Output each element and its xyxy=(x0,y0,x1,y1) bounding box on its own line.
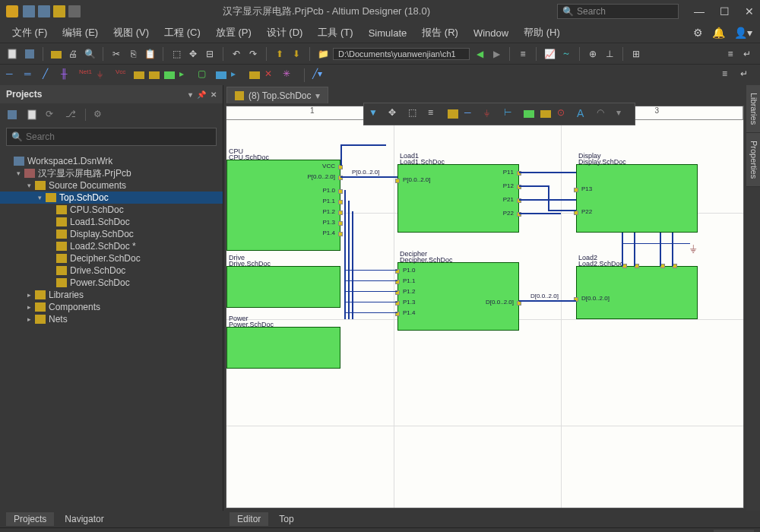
tree-node[interactable]: ▸Components xyxy=(0,301,223,313)
sheet-symbol-load2[interactable]: Load2Load2.SchDoc D[0.0..2.0] xyxy=(576,266,698,319)
add-doc-icon[interactable] xyxy=(26,109,38,121)
tree-node[interactable]: Decipher.SchDoc xyxy=(0,252,223,264)
device-sheet-icon[interactable]: ▢ xyxy=(198,68,211,82)
sheet-symbol-display[interactable]: DisplayDisplay.SchDoc P13 P22 xyxy=(576,164,698,233)
sheet-symbol-power[interactable]: PowerPower.SchDoc xyxy=(226,327,340,369)
enter-icon[interactable]: ↵ xyxy=(740,47,754,61)
redo-icon[interactable]: ↷ xyxy=(246,47,260,61)
sheet-entry-icon[interactable]: ▸ xyxy=(179,68,193,82)
menu-project[interactable]: 工程 (C) xyxy=(160,24,205,41)
open-icon[interactable] xyxy=(53,5,65,17)
tab-close-icon[interactable]: ▾ xyxy=(315,90,320,101)
save-all-icon[interactable] xyxy=(38,5,50,17)
tree-node[interactable]: ▾Top.SchDoc xyxy=(0,192,223,204)
expand-arrow-icon[interactable]: ▸ xyxy=(27,315,35,323)
move-tool-icon[interactable]: ✥ xyxy=(388,107,402,121)
harness-connector-icon[interactable] xyxy=(216,71,226,79)
compile-icon[interactable] xyxy=(6,109,18,121)
hierarchy-up-icon[interactable]: ⬆ xyxy=(273,47,287,61)
menu-edit[interactable]: 编辑 (E) xyxy=(58,24,103,41)
no-erc-icon[interactable]: ✕ xyxy=(264,68,278,82)
generic-no-erc-icon[interactable]: ✳ xyxy=(283,68,296,82)
filter-icon[interactable]: ▼ xyxy=(369,107,382,121)
document-tab[interactable]: (8) Top.SchDoc ▾ xyxy=(226,87,328,103)
gnd-tool-icon[interactable]: ⏚ xyxy=(484,107,498,121)
directive-icon[interactable]: ⊙ xyxy=(557,107,571,121)
copy-icon[interactable]: ⎘ xyxy=(126,47,140,61)
menu-report[interactable]: 报告 (R) xyxy=(417,24,463,41)
menu-window[interactable]: Window xyxy=(469,26,513,40)
tree-node[interactable]: Display.SchDoc xyxy=(0,228,223,240)
top-bottom-tab[interactable]: Top xyxy=(271,512,301,526)
projects-bottom-tab[interactable]: Projects xyxy=(6,512,54,526)
maximize-button[interactable]: ☐ xyxy=(720,5,730,17)
menu-file[interactable]: 文件 (F) xyxy=(8,24,52,41)
harness-tool-icon[interactable] xyxy=(540,110,551,118)
panel-pin-icon[interactable]: 📌 xyxy=(197,90,206,99)
line-icon[interactable]: ╱▾ xyxy=(312,68,326,82)
panel-close-icon[interactable]: ✕ xyxy=(211,90,217,99)
place-part-tool-icon[interactable] xyxy=(448,109,458,119)
expand-arrow-icon[interactable]: ▾ xyxy=(27,182,35,189)
new-icon[interactable] xyxy=(6,47,20,61)
save-icon[interactable] xyxy=(23,5,35,17)
sheet-symbol-decipher[interactable]: DecipherDecipher.SchDoc P1.0 P1.1 P1.2 P… xyxy=(397,262,519,331)
print-icon[interactable]: 🖨 xyxy=(66,47,80,61)
notifications-icon[interactable]: 🔔 xyxy=(712,27,725,39)
port-icon[interactable] xyxy=(134,71,144,79)
settings-icon[interactable]: ⚙ xyxy=(693,27,703,39)
panel-dropdown-icon[interactable]: ▾ xyxy=(188,90,192,99)
editor-bottom-tab[interactable]: Editor xyxy=(230,512,268,526)
harness-entry-icon[interactable]: ▸ xyxy=(231,68,245,82)
align-icon[interactable]: ≡ xyxy=(516,47,530,61)
bus-icon[interactable]: ═ xyxy=(24,68,38,82)
grid-icon[interactable]: ⊞ xyxy=(629,47,643,61)
menu-lines-icon[interactable]: ≡ xyxy=(724,47,737,61)
tree-node[interactable]: Load1.SchDoc xyxy=(0,216,223,228)
nav-back-icon[interactable]: ◀ xyxy=(473,47,486,61)
tree-node[interactable]: CPU.SchDoc xyxy=(0,204,223,216)
menu-place[interactable]: 放置 (P) xyxy=(211,24,256,41)
sim-source-icon[interactable]: ～ xyxy=(559,47,573,61)
global-search-input[interactable]: 🔍 Search xyxy=(557,4,679,19)
deselect-icon[interactable]: ⊟ xyxy=(203,47,217,61)
bus-entry-icon[interactable]: ╱ xyxy=(43,68,56,82)
tree-node[interactable]: ▾汉字显示屏电路.PrjPcb xyxy=(0,167,223,179)
projects-search-input[interactable] xyxy=(26,131,211,142)
expand-arrow-icon[interactable]: ▸ xyxy=(27,303,35,311)
menu-tools[interactable]: 工具 (T) xyxy=(313,24,357,41)
gnd-icon[interactable]: ⏚ xyxy=(97,68,111,82)
sheet-symbol-drive[interactable]: DriveDrive.SchDoc xyxy=(226,266,340,308)
net-label-icon[interactable]: Net1 xyxy=(79,68,93,82)
expand-arrow-icon[interactable]: ▸ xyxy=(27,291,35,299)
enter2-icon[interactable]: ↵ xyxy=(740,68,754,82)
cross-probe-icon[interactable]: ⊕ xyxy=(586,47,600,61)
navigator-bottom-tab[interactable]: Navigator xyxy=(57,512,111,526)
panels-button[interactable]: Panels xyxy=(714,530,754,533)
port-tool-icon[interactable]: ⊢ xyxy=(504,107,518,121)
close-button[interactable]: ✕ xyxy=(745,5,754,17)
menu-view[interactable]: 视图 (V) xyxy=(109,24,154,41)
tree-node[interactable]: ▾Source Documents xyxy=(0,179,223,192)
panel-settings-icon[interactable]: ⚙ xyxy=(93,109,106,121)
wire-icon[interactable]: ─ xyxy=(6,68,20,82)
open-folder-icon[interactable] xyxy=(49,47,63,61)
tree-node[interactable]: ▸Nets xyxy=(0,313,223,325)
wire-tool-icon[interactable]: ─ xyxy=(464,107,478,121)
arc-tool-icon[interactable]: ◠ xyxy=(597,107,610,121)
place-part-icon[interactable]: ⊥ xyxy=(603,47,616,61)
align-tool-icon[interactable]: ≡ xyxy=(428,107,442,121)
vcc-icon[interactable]: Vcc xyxy=(116,68,129,82)
off-sheet-icon[interactable] xyxy=(149,71,160,79)
project-path-box[interactable]: D:\Documents\yuanwenjian\ch1 xyxy=(333,48,470,60)
tree-node[interactable]: Workspace1.DsnWrk xyxy=(0,155,223,167)
selection-icon[interactable]: ⬚ xyxy=(408,107,422,121)
nav-fwd-icon[interactable]: ▶ xyxy=(489,47,503,61)
select-icon[interactable]: ⬚ xyxy=(169,47,183,61)
signal-harness-icon[interactable]: ╫ xyxy=(61,68,74,82)
preview-icon[interactable]: 🔍 xyxy=(83,47,97,61)
user-icon[interactable]: 👤▾ xyxy=(734,27,752,39)
tree-node[interactable]: Load2.SchDoc * xyxy=(0,240,223,252)
move-icon[interactable]: ✥ xyxy=(186,47,200,61)
schematic-canvas[interactable]: 1 2 3 CPUCPU.SchDoc VCC P[0.0..2.0] P1.0… xyxy=(226,106,744,508)
